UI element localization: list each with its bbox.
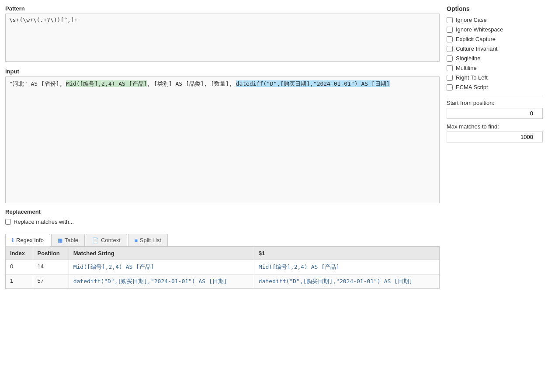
table-cell-matched-0: Mid([编号],2,4) AS [产品] <box>69 260 254 274</box>
option-checkbox-5[interactable] <box>447 65 453 71</box>
options-divider <box>447 95 543 95</box>
table-cell-position-1: 57 <box>33 274 69 289</box>
input-segment-2: Mid([编号],2,4) AS [产品] <box>66 80 147 87</box>
tab-context[interactable]: 📄 Context <box>86 234 127 246</box>
col-capture1: $1 <box>254 247 439 260</box>
table-cell-capture1-1: datediff("D",[购买日期],"2024-01-01") AS [日期… <box>254 274 439 289</box>
option-item-3: Culture Invariant <box>447 45 543 52</box>
input-segment-3: , [类别] AS [品类], [数量], <box>147 80 236 87</box>
option-item-7: ECMA Script <box>447 84 543 90</box>
option-label-5: Multiline <box>456 65 477 71</box>
context-icon: 📄 <box>92 237 99 243</box>
option-item-5: Multiline <box>447 65 543 71</box>
option-checkbox-4[interactable] <box>447 56 453 62</box>
pattern-input[interactable]: \s+(\w+\(.+?\))[^,]+ <box>5 14 440 62</box>
tab-regex-info-label: Regex Info <box>16 237 44 243</box>
option-checkbox-3[interactable] <box>447 46 453 52</box>
option-checkbox-2[interactable] <box>447 36 453 42</box>
options-panel: Options Ignore CaseIgnore WhitespaceExpl… <box>447 5 543 387</box>
option-checkbox-6[interactable] <box>447 75 453 81</box>
option-checkbox-0[interactable] <box>447 17 453 23</box>
tab-regex-info[interactable]: ℹ Regex Info <box>5 234 50 246</box>
option-label-4: Singleline <box>456 55 480 62</box>
col-position: Position <box>33 247 69 260</box>
info-icon: ℹ <box>12 237 14 243</box>
col-matched: Matched String <box>69 247 254 260</box>
table-row: 014Mid([编号],2,4) AS [产品]Mid([编号],2,4) AS… <box>6 260 440 274</box>
tab-split-list-label: Split List <box>140 237 161 243</box>
replacement-label: Replacement <box>5 208 440 215</box>
table-cell-index-1: 1 <box>6 274 33 289</box>
tab-table[interactable]: ▦ Table <box>51 234 85 246</box>
option-checkbox-1[interactable] <box>447 27 453 33</box>
option-label-7: ECMA Script <box>456 84 488 90</box>
tab-context-label: Context <box>101 237 121 243</box>
pattern-label: Pattern <box>5 5 440 12</box>
table-cell-index-0: 0 <box>6 260 33 274</box>
option-label-6: Right To Left <box>456 74 488 81</box>
options-title: Options <box>447 5 543 12</box>
option-item-0: Ignore Case <box>447 17 543 23</box>
table-row: 157datediff("D",[购买日期],"2024-01-01") AS … <box>6 274 440 289</box>
results-table: Index Position Matched String $1 014Mid(… <box>5 246 440 289</box>
input-segment-4: datediff("D",[购买日期],"2024-01-01") AS [日期… <box>236 80 390 87</box>
tabs-container: ℹ Regex Info ▦ Table 📄 Context ≡ Split L… <box>5 234 440 246</box>
split-list-icon: ≡ <box>135 237 138 243</box>
tab-split-list[interactable]: ≡ Split List <box>128 234 168 246</box>
input-area[interactable]: "河北" AS [省份], Mid([编号],2,4) AS [产品], [类别… <box>5 76 440 203</box>
table-icon: ▦ <box>58 237 62 243</box>
input-label: Input <box>5 68 440 75</box>
option-item-1: Ignore Whitespace <box>447 26 543 33</box>
start-from-input[interactable] <box>447 108 543 119</box>
replace-matches-checkbox[interactable] <box>5 219 11 225</box>
start-from-label: Start from position: <box>447 100 543 106</box>
table-cell-capture1-0: Mid([编号],2,4) AS [产品] <box>254 260 439 274</box>
table-cell-matched-1: datediff("D",[购买日期],"2024-01-01") AS [日期… <box>69 274 254 289</box>
option-item-6: Right To Left <box>447 74 543 81</box>
option-label-3: Culture Invariant <box>456 45 497 52</box>
option-label-1: Ignore Whitespace <box>456 26 503 33</box>
table-cell-position-0: 14 <box>33 260 69 274</box>
tab-table-label: Table <box>65 237 78 243</box>
max-matches-label: Max matches to find: <box>447 123 543 130</box>
option-item-4: Singleline <box>447 55 543 62</box>
option-checkbox-7[interactable] <box>447 84 453 90</box>
option-label-2: Explicit Capture <box>456 36 496 42</box>
max-matches-input[interactable] <box>447 132 543 142</box>
input-segment-1: "河北" AS [省份], <box>9 80 66 87</box>
replace-matches-label: Replace matches with... <box>14 219 74 225</box>
option-label-0: Ignore Case <box>456 17 487 23</box>
col-index: Index <box>6 247 33 260</box>
option-item-2: Explicit Capture <box>447 36 543 42</box>
